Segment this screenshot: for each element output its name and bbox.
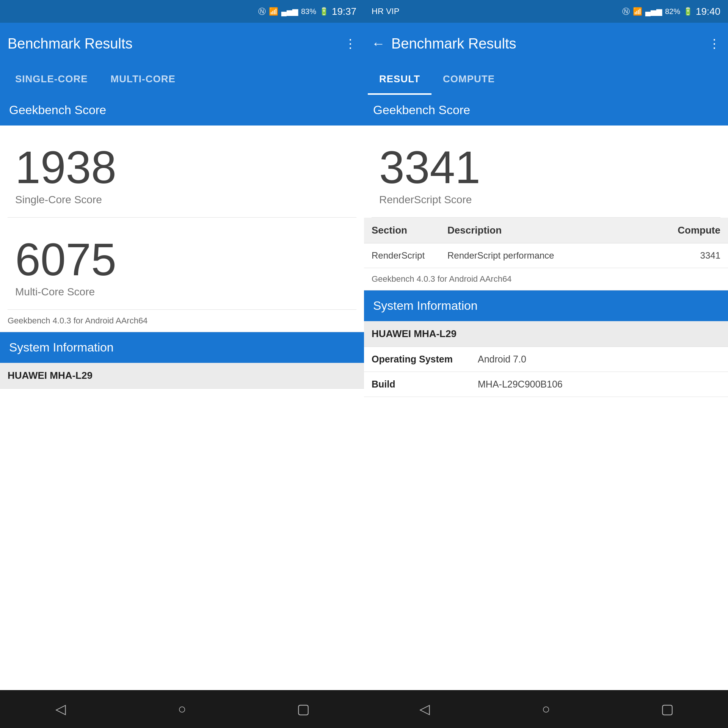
left-sys-info-header: System Information	[0, 332, 364, 363]
table-row: RenderScript RenderScript performance 33…	[364, 243, 728, 268]
left-app-header: Benchmark Results ⋮	[0, 23, 364, 64]
right-status-icons: Ⓝ 📶 ▄▅▆ 82% 🔋 19:40	[622, 6, 720, 17]
right-render-score-area: 3341 RenderScript Score	[364, 126, 728, 217]
left-bottom-nav: ◁ ○ ▢	[0, 690, 364, 728]
left-section-title: Geekbench Score	[9, 103, 106, 117]
right-tabs-bar: RESULT COMPUTE	[364, 64, 728, 95]
right-table: Section Description Compute RenderScript…	[364, 218, 728, 268]
left-tab-single-core[interactable]: SINGLE-CORE	[4, 64, 99, 95]
right-back-arrow[interactable]: ←	[372, 36, 385, 52]
right-back-button[interactable]: ◁	[410, 698, 440, 720]
right-header-title: Benchmark Results	[391, 36, 702, 52]
right-signal-icon: ▄▅▆	[645, 7, 662, 16]
right-time: 19:40	[696, 6, 720, 17]
left-status-bar: Ⓝ 📶 ▄▅▆ 83% 🔋 19:37	[0, 0, 364, 23]
right-device-name: HUAWEI MHA-L29	[372, 328, 457, 339]
right-sys-info-header: System Information	[364, 290, 728, 321]
right-build-row: Build MHA-L29C900B106	[364, 372, 728, 397]
right-render-score-label: RenderScript Score	[379, 194, 713, 206]
right-table-header: Section Description Compute	[364, 218, 728, 243]
right-os-key: Operating System	[372, 354, 478, 365]
left-recent-button[interactable]: ▢	[288, 698, 318, 720]
right-wifi-icon: 📶	[633, 7, 642, 16]
right-scroll-content: 3341 RenderScript Score Section Descript…	[364, 126, 728, 690]
left-single-core-number: 1938	[15, 144, 349, 190]
right-footnote: Geekbench 4.0.3 for Android AArch64	[364, 268, 728, 290]
right-home-button[interactable]: ○	[531, 698, 561, 720]
left-footnote: Geekbench 4.0.3 for Android AArch64	[0, 310, 364, 332]
right-render-score-number: 3341	[379, 144, 713, 190]
left-time: 19:37	[332, 6, 356, 17]
battery-text: 83%	[301, 7, 316, 16]
left-multi-core-number: 6075	[15, 237, 349, 282]
right-battery-icon: 🔋	[683, 7, 693, 16]
right-col-section-header: Section	[372, 224, 447, 236]
right-status-bar: HR VIP Ⓝ 📶 ▄▅▆ 82% 🔋 19:40	[364, 0, 728, 23]
left-multi-score-area: 6075 Multi-Core Score	[0, 218, 364, 309]
right-col-desc-header: Description	[447, 224, 660, 236]
right-section-title: Geekbench Score	[373, 103, 470, 117]
right-col-compute-header: Compute	[660, 224, 720, 236]
wifi-icon: 📶	[269, 7, 278, 16]
right-carrier: HR VIP	[372, 6, 399, 16]
left-device-name: HUAWEI MHA-L29	[8, 370, 93, 381]
right-app-header: ← Benchmark Results ⋮	[364, 23, 728, 64]
left-panel: Ⓝ 📶 ▄▅▆ 83% 🔋 19:37 Benchmark Results ⋮ …	[0, 0, 364, 728]
left-single-core-label: Single-Core Score	[15, 194, 349, 206]
nfc-icon: Ⓝ	[258, 6, 266, 17]
right-battery-text: 82%	[665, 7, 680, 16]
right-recent-button[interactable]: ▢	[652, 698, 682, 720]
left-header-title: Benchmark Results	[8, 36, 338, 52]
right-os-value: Android 7.0	[478, 354, 720, 365]
right-sys-info-title: System Information	[373, 299, 478, 312]
left-tabs-bar: SINGLE-CORE MULTI-CORE	[0, 64, 364, 95]
battery-icon: 🔋	[319, 7, 329, 16]
left-status-icons: Ⓝ 📶 ▄▅▆ 83% 🔋 19:37	[258, 6, 356, 17]
right-tab-compute[interactable]: COMPUTE	[431, 64, 506, 95]
right-section-header: Geekbench Score	[364, 95, 728, 126]
left-multi-core-label: Multi-Core Score	[15, 286, 349, 298]
right-panel: HR VIP Ⓝ 📶 ▄▅▆ 82% 🔋 19:40 ← Benchmark R…	[364, 0, 728, 728]
right-build-key: Build	[372, 379, 478, 390]
left-tab-multi-core[interactable]: MULTI-CORE	[99, 64, 187, 95]
left-section-header: Geekbench Score	[0, 95, 364, 126]
left-home-button[interactable]: ○	[167, 698, 197, 720]
right-table-compute-0: 3341	[660, 250, 720, 261]
right-os-row: Operating System Android 7.0	[364, 347, 728, 372]
signal-icon: ▄▅▆	[281, 7, 298, 16]
left-sys-info-title: System Information	[9, 340, 114, 354]
right-tab-result[interactable]: RESULT	[368, 64, 431, 95]
right-bottom-nav: ◁ ○ ▢	[364, 690, 728, 728]
right-table-section-0: RenderScript	[372, 250, 447, 261]
left-more-button[interactable]: ⋮	[344, 36, 356, 51]
right-table-desc-0: RenderScript performance	[447, 250, 660, 261]
left-single-score-area: 1938 Single-Core Score	[0, 126, 364, 217]
right-device-name-row: HUAWEI MHA-L29	[364, 321, 728, 347]
right-build-value: MHA-L29C900B106	[478, 379, 720, 390]
left-scroll-content: 1938 Single-Core Score 6075 Multi-Core S…	[0, 126, 364, 690]
left-back-button[interactable]: ◁	[46, 698, 76, 720]
right-nfc-icon: Ⓝ	[622, 6, 630, 17]
left-device-name-row: HUAWEI MHA-L29	[0, 363, 364, 389]
right-more-button[interactable]: ⋮	[708, 36, 720, 51]
